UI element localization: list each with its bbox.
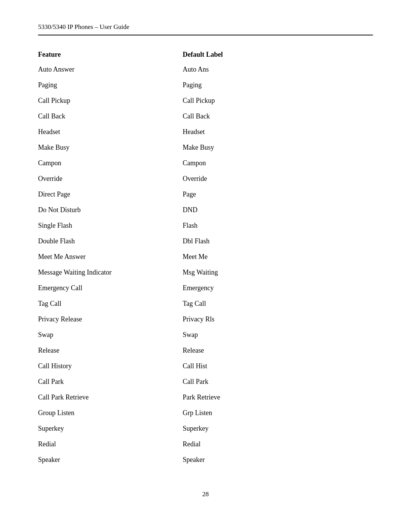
cell-feature: Direct Page [38,190,183,198]
cell-label: Privacy Rls [183,315,373,323]
table-row: HeadsetHeadset [38,124,373,140]
cell-feature: Call Park [38,378,183,386]
cell-feature: Call Park Retrieve [38,393,183,401]
cell-label: Msg Waiting [183,268,373,276]
table-row: Double FlashDbl Flash [38,233,373,249]
table-row: Group ListenGrp Listen [38,405,373,421]
cell-label: Call Back [183,112,373,120]
cell-label: Call Pickup [183,97,373,105]
table-row: Auto AnswerAuto Ans [38,62,373,77]
table-row: Call ParkCall Park [38,374,373,390]
page: 5330/5340 IP Phones – User Guide Feature… [0,0,411,532]
cell-label: Emergency [183,284,373,292]
table-row: Tag CallTag Call [38,296,373,312]
cell-feature: Do Not Disturb [38,206,183,214]
table-row: SuperkeySuperkey [38,421,373,436]
cell-label: Headset [183,128,373,136]
cell-label: Tag Call [183,300,373,308]
cell-feature: Make Busy [38,144,183,152]
table-row: PagingPaging [38,77,373,93]
cell-label: Grp Listen [183,409,373,417]
table-row: Single FlashFlash [38,218,373,233]
table-row: OverrideOverride [38,171,373,187]
table-row: Call BackCall Back [38,109,373,124]
cell-feature: Call History [38,362,183,370]
cell-label: Swap [183,331,373,339]
cell-label: Page [183,190,373,198]
table-row: Call HistoryCall Hist [38,358,373,374]
table-row: Call Park RetrievePark Retrieve [38,390,373,405]
table-row: Make BusyMake Busy [38,140,373,155]
page-header: 5330/5340 IP Phones – User Guide [38,23,373,35]
cell-label: Call Hist [183,362,373,370]
page-number: 28 [38,490,373,498]
table-row: Do Not DisturbDND [38,202,373,218]
table-row: CamponCampon [38,155,373,171]
cell-feature: Swap [38,331,183,339]
cell-label: Override [183,175,373,183]
cell-feature: Redial [38,440,183,448]
cell-label: Make Busy [183,144,373,152]
table-header-row: Feature Default Label [38,51,373,59]
table-row: ReleaseRelease [38,343,373,358]
cell-label: Campon [183,159,373,167]
cell-label: Speaker [183,456,373,464]
cell-feature: Double Flash [38,237,183,245]
table-row: Meet Me AnswerMeet Me [38,249,373,265]
table-row: Message Waiting IndicatorMsg Waiting [38,265,373,280]
cell-label: Redial [183,440,373,448]
table-row: RedialRedial [38,436,373,452]
cell-feature: Auto Answer [38,66,183,73]
cell-label: DND [183,206,373,214]
cell-feature: Superkey [38,425,183,433]
table-row: Direct PagePage [38,187,373,202]
cell-feature: Headset [38,128,183,136]
cell-feature: Emergency Call [38,284,183,292]
column-header-feature: Feature [38,51,183,59]
cell-label: Call Park [183,378,373,386]
cell-label: Meet Me [183,253,373,261]
header-title: 5330/5340 IP Phones – User Guide [38,23,129,30]
cell-feature: Call Pickup [38,97,183,105]
table-body: Auto AnswerAuto AnsPagingPagingCall Pick… [38,62,373,468]
table-row: Emergency CallEmergency [38,280,373,296]
cell-feature: Paging [38,81,183,89]
column-header-label: Default Label [183,51,373,59]
table-row: SwapSwap [38,327,373,343]
cell-feature: Single Flash [38,222,183,230]
cell-feature: Call Back [38,112,183,120]
cell-feature: Tag Call [38,300,183,308]
cell-label: Auto Ans [183,66,373,73]
table-row: Call PickupCall Pickup [38,93,373,109]
cell-feature: Release [38,347,183,355]
cell-feature: Privacy Release [38,315,183,323]
cell-feature: Campon [38,159,183,167]
cell-label: Park Retrieve [183,393,373,401]
table-row: Privacy ReleasePrivacy Rls [38,312,373,327]
cell-feature: Speaker [38,456,183,464]
cell-feature: Group Listen [38,409,183,417]
cell-label: Flash [183,222,373,230]
cell-label: Dbl Flash [183,237,373,245]
cell-feature: Override [38,175,183,183]
feature-table: Feature Default Label Auto AnswerAuto An… [38,51,373,468]
cell-label: Release [183,347,373,355]
table-row: SpeakerSpeaker [38,452,373,468]
cell-label: Superkey [183,425,373,433]
cell-feature: Message Waiting Indicator [38,268,183,276]
cell-label: Paging [183,81,373,89]
cell-feature: Meet Me Answer [38,253,183,261]
